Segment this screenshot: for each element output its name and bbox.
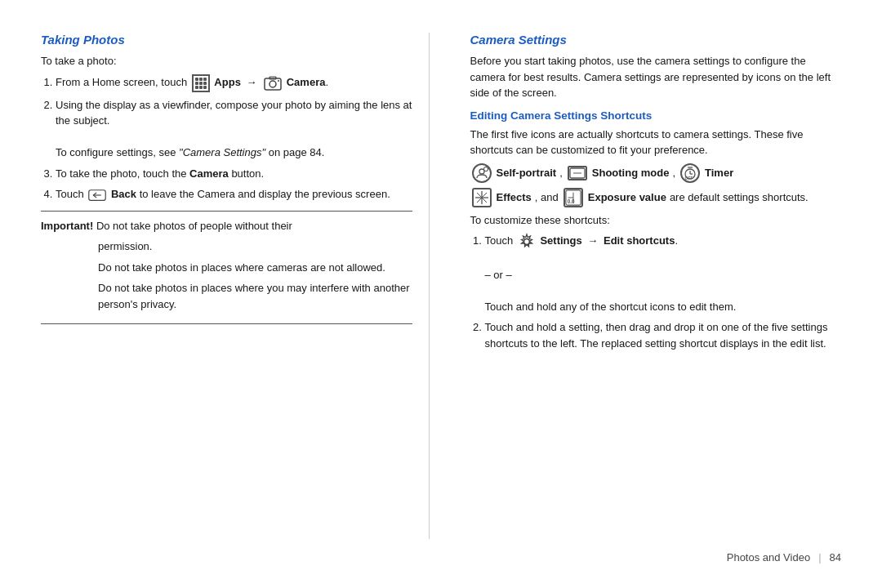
step4-bold: Back xyxy=(111,188,136,200)
step4-text-before: Touch xyxy=(56,188,87,200)
important-line2: Do not take photos in places where camer… xyxy=(41,260,412,276)
footer-page-number: 84 xyxy=(830,551,841,564)
page-footer: Photos and Video | 84 xyxy=(41,539,841,564)
intro-text: To take a photo: xyxy=(41,53,412,69)
camera-icon xyxy=(264,74,282,92)
step1-text-before: From a Home screen, touch xyxy=(56,76,190,88)
customize-label: To customize these shortcuts: xyxy=(470,212,842,229)
customize-step-2: Touch and hold a setting, then drag and … xyxy=(485,319,842,351)
step3-bold: Camera xyxy=(189,167,229,180)
important-line3: Do not take photos in places where you m… xyxy=(41,280,412,312)
taking-photos-title: Taking Photos xyxy=(41,33,412,47)
cstep1-or: – or – xyxy=(485,269,512,281)
cstep2-text: Touch and hold a setting, then drag and … xyxy=(485,321,828,350)
exposure-icon: 0.0 xyxy=(564,188,583,207)
important-line1: Important! Do not take photos of people … xyxy=(41,218,412,234)
right-column: Camera Settings Before you start taking … xyxy=(462,33,842,539)
step-2: Using the display as a viewfinder, compo… xyxy=(56,97,412,161)
step2-text: Using the display as a viewfinder, compo… xyxy=(56,99,412,127)
svg-line-9 xyxy=(488,167,488,167)
steps-list: From a Home screen, touch Apps → xyxy=(41,74,412,203)
columns: Taking Photos To take a photo: From a Ho… xyxy=(41,33,841,539)
customize-step-1: Touch Settings → Edit shortcuts. – or – … xyxy=(485,233,842,314)
cstep1-arrow: → xyxy=(587,234,601,247)
cstep1-bold: Settings xyxy=(540,234,581,247)
exposure-label: Exposure value xyxy=(588,191,666,203)
svg-point-3 xyxy=(278,80,279,82)
self-portrait-icon xyxy=(472,163,492,183)
self-portrait-label: Self-portrait xyxy=(497,167,557,179)
svg-text:OFF: OFF xyxy=(685,176,693,180)
exposure-suffix: are default settings shortcuts. xyxy=(670,191,808,203)
back-icon xyxy=(88,189,106,202)
customize-steps: Touch Settings → Edit shortcuts. – or – … xyxy=(470,233,842,351)
settings-gear-icon xyxy=(518,233,536,251)
svg-point-7 xyxy=(483,167,488,171)
step-1: From a Home screen, touch Apps → xyxy=(56,74,412,92)
important-block: Important! Do not take photos of people … xyxy=(41,211,412,325)
cstep1-before: Touch xyxy=(485,234,516,247)
camera-settings-title: Camera Settings xyxy=(470,33,842,47)
shooting-mode-label: Shooting mode xyxy=(592,167,670,179)
camera-settings-intro: Before you start taking photos, use the … xyxy=(470,53,842,101)
apps-label: Apps xyxy=(214,76,243,88)
timer-label: Timer xyxy=(705,167,733,179)
shortcuts-row1: Self-portrait, Shooting mode, xyxy=(470,163,842,183)
apps-grid-icon xyxy=(192,74,210,92)
left-column: Taking Photos To take a photo: From a Ho… xyxy=(41,33,430,539)
shortcuts-row2: Effects, and 0.0 Exposure value are defa… xyxy=(470,188,842,207)
svg-text:0.0: 0.0 xyxy=(568,198,575,204)
camera-label: Camera xyxy=(287,76,326,88)
shooting-mode-icon xyxy=(568,166,587,180)
step2-sub: To configure settings, see "Camera Setti… xyxy=(56,146,324,158)
footer-divider: | xyxy=(818,551,821,564)
editing-shortcuts-intro: The first five icons are actually shortc… xyxy=(470,127,842,158)
important-line1b: permission. xyxy=(41,238,412,255)
cstep1-bold2: Edit shortcuts xyxy=(604,234,675,247)
footer-label: Photos and Video xyxy=(727,551,810,564)
step3-text-before: To take the photo, touch the xyxy=(56,167,189,180)
page: Taking Photos To take a photo: From a Ho… xyxy=(0,0,882,588)
cstep1-alt: Touch and hold any of the shortcut icons… xyxy=(485,301,737,313)
effects-label: Effects xyxy=(497,191,532,203)
step3-text-after: button. xyxy=(229,167,264,180)
arrow-1: → xyxy=(246,76,256,88)
step4-text-after: to leave the Camera and display the prev… xyxy=(136,188,390,200)
step-3: To take the photo, touch the Camera butt… xyxy=(56,166,412,182)
timer-icon: OFF xyxy=(680,163,700,183)
effects-icon xyxy=(472,188,492,207)
svg-point-1 xyxy=(270,81,276,87)
step-4: Touch Back to leave the Camera and displ… xyxy=(56,186,412,203)
editing-shortcuts-title: Editing Camera Settings Shortcuts xyxy=(470,109,842,122)
